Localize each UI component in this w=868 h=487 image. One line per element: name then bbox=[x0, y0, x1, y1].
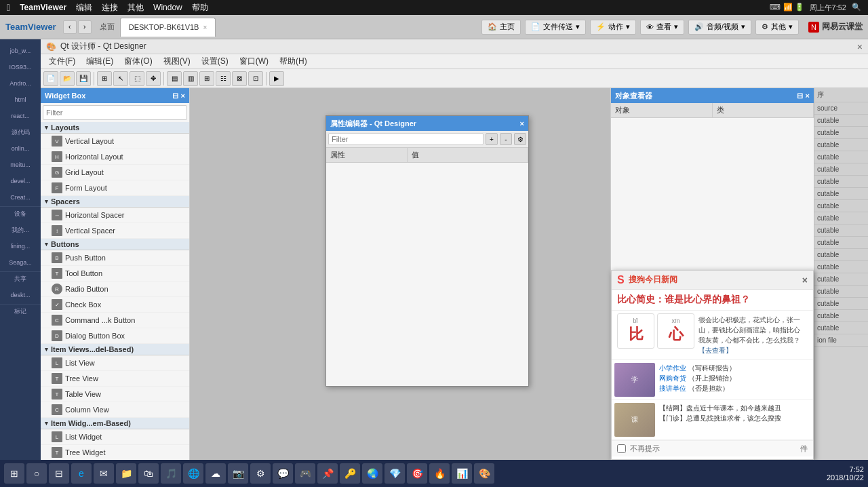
tool-select[interactable]: ⬚ bbox=[130, 71, 144, 86]
menu-window[interactable]: Window bbox=[153, 3, 182, 12]
search-icon[interactable]: 🔍 bbox=[852, 3, 861, 13]
menu-view[interactable]: 视图(V) bbox=[158, 54, 196, 69]
tool-grid[interactable]: ⊞ bbox=[97, 71, 112, 86]
widget-dialog-button-box[interactable]: D Dialog Button Box bbox=[41, 328, 189, 344]
taskbar-extra3[interactable]: 🌏 bbox=[362, 463, 382, 484]
widget-tool-button[interactable]: T Tool Button bbox=[41, 266, 189, 281]
news2-link1[interactable]: 小学作业 bbox=[659, 364, 686, 372]
widget-radio-button[interactable]: R Radio Button bbox=[41, 281, 189, 297]
nav-devel[interactable]: devel... bbox=[3, 174, 37, 189]
nav-source[interactable]: 源代码 bbox=[3, 125, 37, 140]
tool-open[interactable]: 📂 bbox=[60, 71, 75, 86]
inspector-float-button[interactable]: ⊟ bbox=[797, 92, 803, 100]
widget-box-close-button[interactable]: × bbox=[181, 92, 185, 100]
widget-box-float-button[interactable]: ⊟ bbox=[172, 92, 178, 100]
btn-main[interactable]: 🏠 主页 bbox=[481, 20, 521, 35]
taskbar-game[interactable]: 🎮 bbox=[295, 463, 315, 484]
menu-file[interactable]: 文件(F) bbox=[43, 54, 81, 69]
widget-form-layout[interactable]: F Form Layout bbox=[41, 180, 189, 196]
menu-help[interactable]: 帮助 bbox=[192, 2, 208, 14]
menu-connect[interactable]: 连接 bbox=[102, 2, 118, 14]
widget-list-widget[interactable]: L List Widget bbox=[41, 429, 189, 445]
nav-forward-button[interactable]: › bbox=[78, 20, 92, 34]
no-remind-checkbox[interactable] bbox=[617, 444, 626, 453]
property-settings-button[interactable]: ⚙ bbox=[514, 133, 526, 145]
tab-close-button[interactable]: × bbox=[203, 24, 207, 31]
inspector-close-button[interactable]: × bbox=[806, 92, 810, 100]
news2-link3[interactable]: 搜讲单位 bbox=[659, 385, 686, 392]
widget-command-button[interactable]: C Command ...k Button bbox=[41, 313, 189, 328]
taskbar-extra2[interactable]: 🔑 bbox=[340, 463, 360, 484]
tool-glayout[interactable]: ⊞ bbox=[199, 71, 214, 86]
taskbar-extra4[interactable]: 💎 bbox=[384, 463, 405, 484]
nav-lining[interactable]: lining... bbox=[3, 239, 37, 254]
widget-tree-widget[interactable]: T Tree Widget bbox=[41, 445, 189, 460]
widget-horizontal-layout[interactable]: H Horizontal Layout bbox=[41, 149, 189, 165]
teamviewer-menu[interactable]: TeamViewer bbox=[20, 3, 66, 12]
btn-view[interactable]: 👁 查看 ▾ bbox=[640, 20, 684, 35]
widget-list-view[interactable]: L List View bbox=[41, 355, 189, 371]
taskbar-cloud[interactable]: ☁ bbox=[205, 463, 226, 484]
tool-break[interactable]: ⊠ bbox=[232, 71, 247, 86]
nav-job[interactable]: job_w... bbox=[3, 43, 37, 58]
desktop-tab[interactable]: DESKTOP-BK61V1B × bbox=[120, 18, 216, 37]
taskbar-extra6[interactable]: 🔥 bbox=[429, 463, 450, 484]
taskbar-extra5[interactable]: 🎯 bbox=[407, 463, 427, 484]
taskbar-search-button[interactable]: ○ bbox=[26, 463, 47, 484]
taskbar-extra7[interactable]: 📊 bbox=[452, 463, 472, 484]
widget-column-view[interactable]: C Column View bbox=[41, 402, 189, 418]
taskbar-chat[interactable]: 💬 bbox=[273, 463, 293, 484]
nav-seaga[interactable]: Seaga... bbox=[3, 255, 37, 270]
taskbar-settings[interactable]: ⚙ bbox=[250, 463, 271, 484]
nav-creat[interactable]: Creat... bbox=[3, 190, 37, 205]
widget-table-view[interactable]: T Table View bbox=[41, 387, 189, 402]
news1-link[interactable]: 【去查看】 bbox=[698, 347, 732, 354]
tool-hlayout[interactable]: ▤ bbox=[167, 71, 182, 86]
nav-online[interactable]: onlin... bbox=[3, 141, 37, 156]
widget-v-spacer[interactable]: ↕ Vertical Spacer bbox=[41, 223, 189, 239]
btn-av[interactable]: 🔊 音频/视频 ▾ bbox=[688, 20, 751, 35]
tool-move[interactable]: ✥ bbox=[146, 71, 161, 86]
nav-andr[interactable]: Andro... bbox=[3, 76, 37, 91]
property-filter-input[interactable] bbox=[328, 133, 484, 145]
btn-file-transfer[interactable]: 📄 文件传送 ▾ bbox=[525, 20, 586, 35]
widget-grid-layout[interactable]: G Grid Layout bbox=[41, 165, 189, 180]
btn-other[interactable]: ⚙ 其他 ▾ bbox=[755, 20, 799, 35]
nav-ios93[interactable]: IOS93... bbox=[3, 60, 37, 75]
tool-adjust[interactable]: ⊡ bbox=[248, 71, 263, 86]
menu-edit[interactable]: 编辑 bbox=[76, 2, 92, 14]
taskbar-store[interactable]: 🛍 bbox=[138, 463, 159, 484]
news-close-button[interactable]: × bbox=[802, 275, 808, 286]
widget-filter-input[interactable] bbox=[43, 105, 187, 120]
tool-cursor[interactable]: ↖ bbox=[113, 71, 128, 86]
widget-push-button[interactable]: B Push Button bbox=[41, 250, 189, 266]
taskbar-task-view[interactable]: ⊟ bbox=[49, 463, 69, 484]
nav-deskt[interactable]: deskt... bbox=[3, 288, 37, 303]
widget-vertical-layout[interactable]: V Vertical Layout bbox=[41, 134, 189, 149]
taskbar-extra8[interactable]: 🎨 bbox=[474, 463, 494, 484]
category-item-views[interactable]: ▾ Item Views...del-Based) bbox=[41, 344, 189, 355]
widget-tree-view[interactable]: T Tree View bbox=[41, 371, 189, 387]
menu-help2[interactable]: 帮助(H) bbox=[274, 54, 313, 69]
taskbar-file-manager[interactable]: 📁 bbox=[116, 463, 136, 484]
taskbar-mail[interactable]: ✉ bbox=[94, 463, 114, 484]
taskbar-windows-button[interactable]: ⊞ bbox=[4, 463, 24, 484]
menu-other[interactable]: 其他 bbox=[127, 2, 144, 14]
menu-edit2[interactable]: 编辑(E) bbox=[81, 54, 119, 69]
tool-new[interactable]: 📄 bbox=[43, 71, 58, 86]
nav-meitu[interactable]: meitu... bbox=[3, 157, 37, 172]
nav-html[interactable]: html bbox=[3, 92, 37, 107]
taskbar-music[interactable]: 🎵 bbox=[161, 463, 181, 484]
btn-action[interactable]: ⚡ 动作 ▾ bbox=[590, 20, 636, 35]
property-remove-button[interactable]: - bbox=[500, 133, 512, 145]
tool-vlayout[interactable]: ▥ bbox=[183, 71, 198, 86]
taskbar-browser[interactable]: 🌐 bbox=[183, 463, 203, 484]
category-layouts[interactable]: ▾ Layouts bbox=[41, 122, 189, 134]
tool-save[interactable]: 💾 bbox=[76, 71, 91, 86]
taskbar-camera[interactable]: 📷 bbox=[228, 463, 248, 484]
tool-flayout[interactable]: ☷ bbox=[216, 71, 231, 86]
property-add-button[interactable]: + bbox=[486, 133, 498, 145]
category-buttons[interactable]: ▾ Buttons bbox=[41, 239, 189, 250]
news2-link2[interactable]: 网购奇货 bbox=[659, 374, 686, 382]
menu-form[interactable]: 窗体(O) bbox=[119, 54, 157, 69]
